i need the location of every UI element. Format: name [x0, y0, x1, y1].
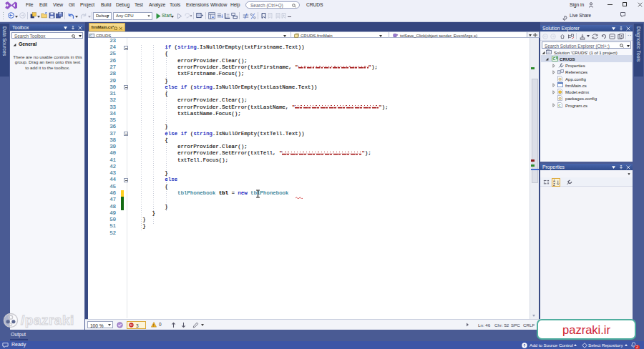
svg-text:C: C — [553, 56, 556, 61]
svg-text:C: C — [90, 34, 92, 37]
svg-text:!: ! — [153, 323, 154, 327]
svg-text:Z: Z — [553, 182, 555, 185]
